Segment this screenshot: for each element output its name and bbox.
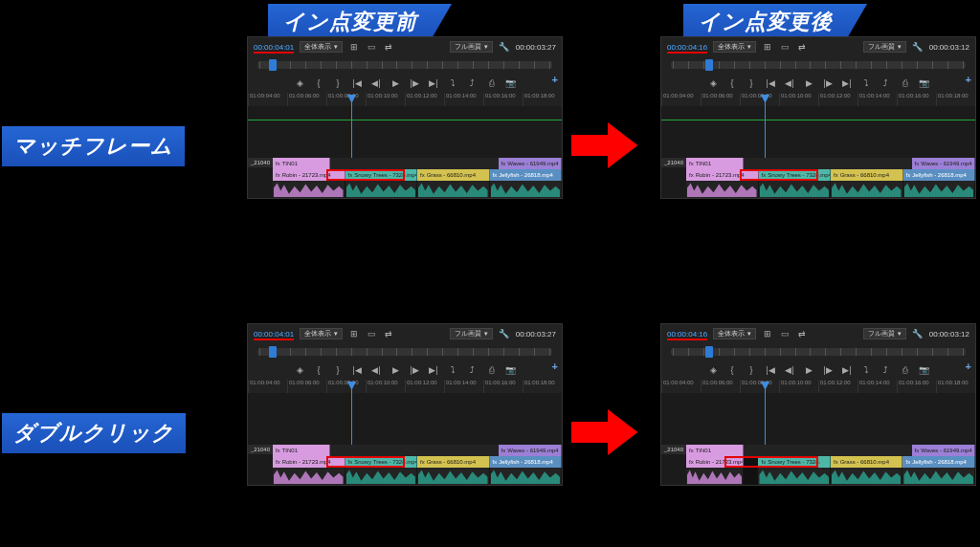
clip[interactable]: fxWaves - 61949.mp4 [912,445,975,456]
clip[interactable]: fxTIN01 [273,445,330,456]
clip[interactable]: fxJellyfish - 26818.mp4 [490,169,563,181]
clip[interactable]: fxRobin - 21723.mp4 [273,169,345,181]
play-icon[interactable]: ▶ [802,77,815,90]
overwrite-icon[interactable]: ⤴ [465,77,479,90]
view-icon[interactable]: ⊞ [762,328,773,339]
step-fwd-icon[interactable]: |▶ [408,363,421,377]
out-bracket-icon[interactable]: } [745,77,758,90]
play-icon[interactable]: ▶ [802,363,815,377]
camera-icon[interactable]: 📷 [917,363,930,377]
audio-track-1[interactable] [686,181,975,198]
clip[interactable]: fxGrass - 66810.mp4 [831,169,903,181]
clip[interactable]: fxGrass - 66810.mp4 [417,456,490,468]
wrench-icon[interactable]: 🔧 [499,328,510,339]
quality-dropdown[interactable]: フル画質▾ [863,41,906,53]
fit-dropdown[interactable]: 全体表示▾ [713,41,756,53]
track-label-v2[interactable]: _21040 [661,445,686,454]
clip[interactable]: fxWaves - 61949.mp4 [499,445,562,456]
step-back-icon[interactable]: ◀| [783,77,796,90]
quality-dropdown[interactable]: フル画質▾ [450,41,493,53]
fit-dropdown[interactable]: 全体表示▾ [300,328,343,339]
time-ruler[interactable]: 01:00:04:0001:00:06:0001:00:08:0001:00:1… [661,93,975,106]
marker-add-icon[interactable]: ◈ [293,77,306,90]
video-track-1[interactable]: fxRobin - 21723.mp4 fxSnowy Trees - 7328… [273,169,562,181]
marker-icon[interactable]: ▭ [366,328,377,339]
export-frame-icon[interactable]: ⎙ [484,77,498,90]
clip[interactable]: fxRobin - 21723.mp4 [686,456,744,468]
fit-dropdown[interactable]: 全体表示▾ [713,328,756,339]
goto-in-icon[interactable]: |◀ [764,363,777,377]
add-button[interactable]: + [966,361,971,372]
marker-add-icon[interactable]: ◈ [706,77,720,90]
camera-icon[interactable]: 📷 [503,77,517,90]
insert-icon[interactable]: ⤵ [446,77,459,90]
clip[interactable]: fxTIN01 [273,158,330,169]
clip[interactable]: fxJellyfish - 26818.mp4 [490,456,563,468]
add-button[interactable]: + [552,361,558,372]
wrench-icon[interactable]: 🔧 [912,41,924,53]
video-track-2[interactable]: fxTIN01 fxWaves - 61949.mp4 [273,158,562,169]
track-label-v2[interactable]: _21040 [248,158,273,167]
camera-icon[interactable]: 📷 [503,363,517,377]
play-icon[interactable]: ▶ [389,77,402,90]
insert-icon[interactable]: ⤵ [859,77,873,90]
clip-selected[interactable]: fxSnowy Trees - 7328.mp4 [345,456,418,468]
clip[interactable]: fxTIN01 [686,445,744,456]
overwrite-icon[interactable]: ⤴ [465,363,479,377]
view-icon[interactable]: ⊞ [762,41,773,53]
play-icon[interactable]: ▶ [389,363,402,377]
clip[interactable]: fxTIN01 [686,158,744,169]
clip-selected[interactable]: fxSnowy Trees - 7328. [758,456,831,468]
in-bracket-icon[interactable]: { [725,77,739,90]
goto-out-icon[interactable]: ▶| [427,77,440,90]
view-icon[interactable]: ⊞ [348,328,360,339]
step-back-icon[interactable]: ◀| [783,363,796,377]
marker-add-icon[interactable]: ◈ [706,363,720,377]
clip[interactable]: fxJellyfish - 26818.mp4 [902,456,975,468]
in-bracket-icon[interactable]: { [312,363,325,377]
compare-icon[interactable]: ⇄ [383,41,394,53]
export-frame-icon[interactable]: ⎙ [898,363,911,377]
quality-dropdown[interactable]: フル画質▾ [863,328,906,339]
video-track-2[interactable]: fxTIN01 fxWaves - 61949.mp4 [686,445,975,456]
marker-icon[interactable]: ▭ [779,328,791,339]
clip[interactable]: fxRobin - 21723.mp4 [686,169,759,181]
clip-selected[interactable]: fxSnowy Trees - 7328.mp4 [759,169,832,181]
audio-track-1[interactable] [273,181,562,198]
goto-out-icon[interactable]: ▶| [840,363,854,377]
step-fwd-icon[interactable]: |▶ [821,363,835,377]
marker-add-icon[interactable]: ◈ [293,363,306,377]
step-fwd-icon[interactable]: |▶ [821,77,835,90]
video-track-2[interactable]: fxTIN01 fxWaves - 61949.mp4 [686,158,975,169]
video-track-1[interactable]: fxRobin - 21723.mp4 fxSnowy Trees - 7328… [686,456,975,468]
time-ruler[interactable]: 01:00:04:0001:00:06:0001:00:08:0001:00:1… [248,380,562,393]
audio-track-1[interactable] [273,468,562,485]
clip[interactable]: fxWaves - 61949.mp4 [912,158,975,169]
clip[interactable]: fxGrass - 66810.mp4 [417,169,490,181]
track-label-v2[interactable]: _21040 [661,158,686,167]
zoom-slider[interactable] [671,61,966,69]
video-track-1[interactable]: fxRobin - 21723.mp4 fxSnowy Trees - 7328… [273,456,562,468]
out-bracket-icon[interactable]: } [745,363,758,377]
fit-dropdown[interactable]: 全体表示▾ [300,41,343,53]
goto-in-icon[interactable]: |◀ [764,77,777,90]
overwrite-icon[interactable]: ⤴ [879,363,892,377]
wrench-icon[interactable]: 🔧 [499,41,510,53]
quality-dropdown[interactable]: フル画質▾ [450,328,493,339]
step-back-icon[interactable]: ◀| [369,77,383,90]
zoom-slider[interactable] [257,348,552,356]
zoom-slider[interactable] [671,348,966,356]
compare-icon[interactable]: ⇄ [383,328,394,339]
goto-out-icon[interactable]: ▶| [427,363,440,377]
goto-in-icon[interactable]: |◀ [350,363,364,377]
export-frame-icon[interactable]: ⎙ [898,77,911,90]
overwrite-icon[interactable]: ⤴ [879,77,892,90]
add-button[interactable]: + [552,74,558,85]
clip-selected[interactable]: fxSnowy Trees - 7328.mp4 [345,169,418,181]
time-ruler[interactable]: 01:00:04:0001:00:06:0001:00:08:0001:00:1… [248,93,562,106]
goto-out-icon[interactable]: ▶| [840,77,854,90]
insert-icon[interactable]: ⤵ [446,363,459,377]
insert-icon[interactable]: ⤵ [859,363,873,377]
step-fwd-icon[interactable]: |▶ [408,77,421,90]
in-bracket-icon[interactable]: { [725,363,739,377]
